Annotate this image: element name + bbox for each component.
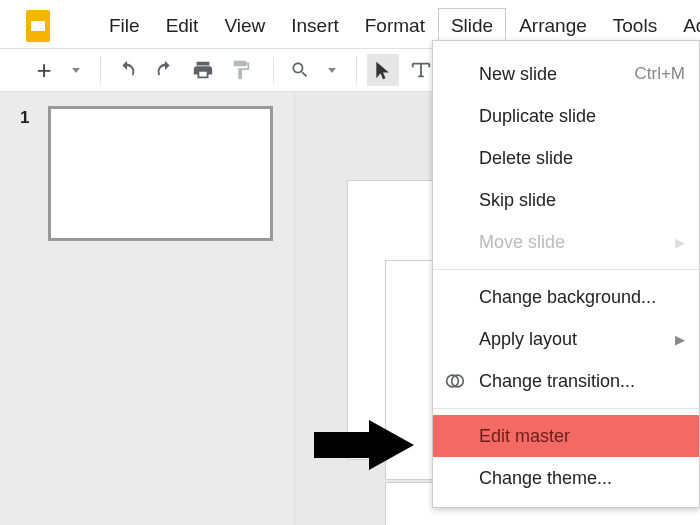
undo-button[interactable] (111, 54, 143, 86)
menu-items: File Edit View Insert Format Slide Arran… (96, 8, 700, 44)
menu-arrange[interactable]: Arrange (506, 8, 600, 44)
menu-separator (433, 408, 699, 409)
menu-insert[interactable]: Insert (278, 8, 352, 44)
svg-marker-2 (314, 420, 414, 470)
menu-item-label: Change background... (479, 287, 656, 308)
slide-number: 1 (20, 106, 40, 128)
menu-move-slide: Move slide ▶ (433, 221, 699, 263)
menu-change-background[interactable]: Change background... (433, 276, 699, 318)
toolbar-separator (356, 57, 357, 83)
toolbar-separator (100, 57, 101, 83)
slides-app-icon[interactable] (20, 8, 56, 44)
menu-duplicate-slide[interactable]: Duplicate slide (433, 95, 699, 137)
menu-edit-master[interactable]: Edit master (433, 415, 699, 457)
menu-skip-slide[interactable]: Skip slide (433, 179, 699, 221)
menu-item-label: New slide (479, 64, 557, 85)
menu-item-label: Delete slide (479, 148, 573, 169)
menu-tools[interactable]: Tools (600, 8, 670, 44)
slide-thumbnail[interactable] (48, 106, 273, 241)
menu-item-label: Duplicate slide (479, 106, 596, 127)
svg-rect-1 (31, 21, 45, 31)
toolbar-separator (273, 57, 274, 83)
slide-thumb-row[interactable]: 1 (0, 106, 294, 241)
menu-item-label: Apply layout (479, 329, 577, 350)
menu-item-label: Move slide (479, 232, 565, 253)
zoom-button[interactable] (284, 54, 316, 86)
menu-file[interactable]: File (96, 8, 153, 44)
redo-button[interactable] (149, 54, 181, 86)
submenu-arrow-icon: ▶ (675, 235, 685, 250)
menu-new-slide[interactable]: New slide Ctrl+M (433, 53, 699, 95)
menu-addons[interactable]: Add- (670, 8, 700, 44)
menu-delete-slide[interactable]: Delete slide (433, 137, 699, 179)
menu-format[interactable]: Format (352, 8, 438, 44)
select-tool-button[interactable] (367, 54, 399, 86)
menu-view[interactable]: View (211, 8, 278, 44)
menu-slide[interactable]: Slide (438, 8, 506, 44)
menu-item-label: Change transition... (479, 371, 635, 392)
menu-change-transition[interactable]: Change transition... (433, 360, 699, 402)
new-slide-button[interactable]: + (28, 54, 60, 86)
menu-apply-layout[interactable]: Apply layout ▶ (433, 318, 699, 360)
menu-item-label: Edit master (479, 426, 570, 447)
zoom-dropdown[interactable] (322, 54, 340, 86)
slide-dropdown-menu: New slide Ctrl+M Duplicate slide Delete … (432, 40, 700, 508)
paint-format-button[interactable] (225, 54, 257, 86)
menu-change-theme[interactable]: Change theme... (433, 457, 699, 499)
annotation-arrow (314, 420, 414, 470)
submenu-arrow-icon: ▶ (675, 332, 685, 347)
slide-filmstrip: 1 (0, 92, 295, 525)
menu-item-shortcut: Ctrl+M (634, 64, 685, 84)
print-button[interactable] (187, 54, 219, 86)
transition-icon (445, 371, 465, 391)
menu-item-label: Skip slide (479, 190, 556, 211)
menu-separator (433, 269, 699, 270)
menu-item-label: Change theme... (479, 468, 612, 489)
new-slide-dropdown[interactable] (66, 54, 84, 86)
menu-edit[interactable]: Edit (153, 8, 212, 44)
